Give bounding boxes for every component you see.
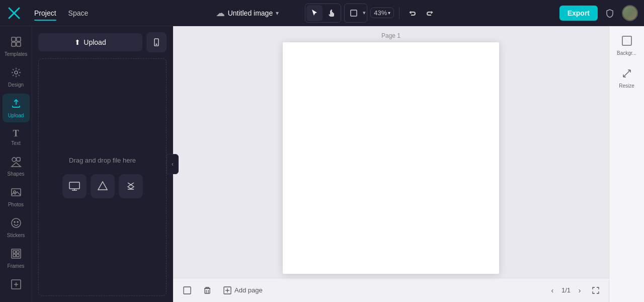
svg-rect-18 [17,251,19,253]
sidebar-label-shapes: Shapes [8,171,25,177]
sidebar-item-stickers[interactable]: Stickers [3,213,30,242]
canvas-area: Page 1 Add page ‹ 1/1 › [173,26,609,302]
background-icon [621,35,632,49]
svg-marker-29 [98,182,107,190]
select-tool-button[interactable] [306,5,323,21]
right-panel-background[interactable]: Backgr... [611,30,642,61]
panel-drop-area[interactable]: Drag and drop file here [38,58,167,296]
upload-btn-icon: ⬆ [74,38,80,46]
next-page-button[interactable]: › [573,283,587,297]
page-indicator: 1/1 [561,286,571,294]
upload-btn-label: Upload [84,38,106,46]
page-settings-button[interactable] [179,282,195,298]
upload-button[interactable]: ⬆ Upload [38,33,142,51]
svg-rect-32 [184,287,191,294]
nav-space[interactable]: Space [62,6,95,20]
redo-button[interactable] [422,5,438,21]
svg-point-25 [156,44,157,45]
shapes-icon [11,156,22,170]
source-dropbox-button[interactable] [119,174,143,198]
source-device-button[interactable] [62,174,87,198]
zoom-control[interactable]: 43% ▾ [370,8,394,18]
add-page-button[interactable]: Add page [219,284,267,296]
frame-tool-chevron-icon[interactable]: ▾ [363,10,366,16]
right-panel: Backgr... Resize [609,26,644,302]
topbar-nav: Project Space [28,6,94,20]
svg-rect-4 [17,37,21,41]
svg-point-12 [14,191,16,193]
title-chevron-icon[interactable]: ▾ [276,10,279,17]
delete-page-button[interactable] [199,282,215,298]
source-gdrive-button[interactable] [91,174,115,198]
templates-icon [11,36,22,50]
right-panel-resize[interactable]: Resize [611,63,642,94]
svg-rect-6 [17,42,21,46]
sidebar-item-frames[interactable]: Frames [3,244,30,273]
canvas-page[interactable] [283,42,499,274]
svg-marker-10 [12,163,21,167]
background-label: Backgr... [617,50,636,56]
extra-icon [11,279,22,292]
mobile-button[interactable] [146,32,167,52]
topbar-center: ☁ Untitled image ▾ ▾ 43% ▾ [98,4,555,23]
svg-rect-17 [13,251,16,253]
sidebar-item-templates[interactable]: Templates [3,32,30,61]
svg-rect-33 [205,288,210,293]
shield-icon[interactable] [602,5,618,21]
svg-rect-11 [12,189,21,196]
frames-icon [11,248,22,262]
svg-rect-20 [17,254,19,257]
sidebar-label-templates: Templates [5,51,28,57]
sidebar-item-text[interactable]: T Text [3,124,30,150]
frame-tools: ▾ [344,4,367,23]
svg-rect-2 [351,10,357,16]
sidebar-label-upload: Upload [8,113,24,118]
main-area: Templates Design Upload T Text Shapes [0,26,644,302]
document-title[interactable]: Untitled image [228,9,273,17]
sidebar-label-text: Text [11,140,20,146]
page-nav: ‹ 1/1 › [545,283,603,297]
resize-label: Resize [619,83,634,89]
sidebar-label-design: Design [8,82,24,88]
add-page-label: Add page [234,286,263,294]
text-icon: T [13,128,19,139]
undo-button[interactable] [405,5,421,21]
svg-point-14 [14,221,15,222]
nav-project[interactable]: Project [28,6,62,20]
sidebar-item-extra[interactable] [3,275,30,296]
page-label: Page 1 [381,32,400,39]
title-area: ☁ Untitled image ▾ [216,8,279,19]
svg-rect-3 [12,37,16,41]
sidebar-item-design[interactable]: Design [3,63,30,92]
sidebar: Templates Design Upload T Text Shapes [0,26,32,302]
frame-tool-button[interactable] [346,5,362,21]
avatar[interactable] [622,5,638,21]
resize-icon [621,68,632,82]
topbar-tools: ▾ 43% ▾ [305,4,438,23]
stickers-icon [11,217,22,231]
avatar-image [623,6,637,20]
canvas-bottom-bar: Add page ‹ 1/1 › [173,278,609,302]
app-logo [6,5,22,21]
photos-icon [11,187,22,200]
prev-page-button[interactable]: ‹ [545,283,559,297]
fullscreen-button[interactable] [589,283,603,297]
svg-marker-30 [128,183,134,189]
sidebar-item-upload[interactable]: Upload [3,94,30,122]
panel-top: ⬆ Upload [32,26,173,58]
export-button[interactable]: Export [559,6,598,21]
hand-tool-button[interactable] [324,5,340,21]
cursor-tools [305,4,341,23]
zoom-chevron-icon: ▾ [388,10,390,16]
topbar-right: Export [559,5,638,21]
sidebar-item-photos[interactable]: Photos [3,183,30,211]
sidebar-label-frames: Frames [8,263,25,269]
upload-icon [11,98,22,111]
svg-rect-19 [13,254,16,257]
source-icons-group [62,174,143,198]
canvas-content[interactable]: Page 1 [173,26,609,278]
topbar-divider [399,7,399,19]
sidebar-item-shapes[interactable]: Shapes [3,152,30,181]
svg-point-13 [12,218,21,228]
panel-collapse-button[interactable]: ‹ [167,154,179,174]
